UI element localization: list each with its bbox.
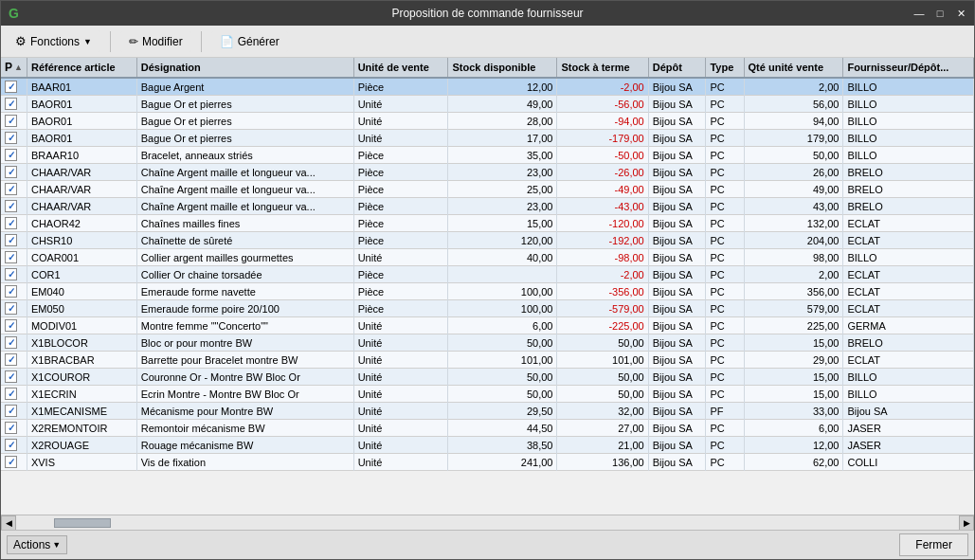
checkbox-cell[interactable] (1, 147, 27, 164)
horizontal-scrollbar[interactable]: ◀ ▶ (1, 515, 974, 530)
checkbox[interactable] (5, 302, 17, 315)
table-row[interactable]: CHAAR/VARChaîne Argent maille et longueu… (1, 198, 974, 215)
table-row[interactable]: BAOR01Bague Or et pierresUnité49,00-56,0… (1, 96, 974, 113)
table-row[interactable]: COAR001Collier argent mailles gourmettes… (1, 249, 974, 266)
checkbox[interactable] (5, 405, 17, 417)
checkbox-cell[interactable] (1, 369, 27, 386)
checkbox-cell[interactable] (1, 232, 27, 249)
checkbox[interactable] (5, 217, 17, 229)
table-row[interactable]: X2ROUAGERouage mécanisme BWUnité38,5021,… (1, 437, 974, 454)
fournisseur-cell: BILLO (843, 113, 974, 130)
col-header-ref[interactable]: Référence article (27, 58, 136, 78)
table-row[interactable]: EM040Emeraude forme navettePièce100,00-3… (1, 283, 974, 300)
checkbox-cell[interactable] (1, 352, 27, 369)
scrollbar-thumb[interactable] (54, 518, 111, 528)
table-row[interactable]: BAAR01Bague ArgentPièce12,00-2,00Bijou S… (1, 78, 974, 96)
checkbox[interactable] (5, 200, 17, 212)
checkbox-cell[interactable] (1, 454, 27, 471)
checkbox-cell[interactable] (1, 215, 27, 232)
checkbox-cell[interactable] (1, 317, 27, 334)
close-button[interactable]: ✕ (951, 5, 970, 22)
table-row[interactable]: XVISVis de fixationUnité241,00136,00Bijo… (1, 454, 974, 471)
checkbox[interactable] (5, 115, 17, 127)
table-row[interactable]: BAOR01Bague Or et pierresUnité28,00-94,0… (1, 113, 974, 130)
checkbox-cell[interactable] (1, 334, 27, 352)
checkbox-cell[interactable] (1, 130, 27, 147)
checkbox-cell[interactable] (1, 249, 27, 266)
minimize-button[interactable]: — (910, 5, 929, 22)
col-header-fournisseur[interactable]: Fournisseur/Dépôt... (843, 58, 974, 78)
table-row[interactable]: CHAAR/VARChaîne Argent maille et longueu… (1, 164, 974, 181)
generer-button[interactable]: 📄 Générer (211, 31, 288, 52)
table-row[interactable]: MODIV01Montre femme ""Concerto""Unité6,0… (1, 317, 974, 334)
stock-terme-cell: -192,00 (557, 232, 648, 249)
table-row[interactable]: X2REMONTOIRRemontoir mécanisme BWUnité44… (1, 420, 974, 437)
table-row[interactable]: CHSR10Chaînette de sûretéPièce120,00-192… (1, 232, 974, 249)
checkbox-cell[interactable] (1, 164, 27, 181)
col-header-stock-terme[interactable]: Stock à terme (557, 58, 648, 78)
checkbox-cell[interactable] (1, 96, 27, 113)
table-row[interactable]: CHAOR42Chaînes mailles finesPièce15,00-1… (1, 215, 974, 232)
checkbox[interactable] (5, 234, 17, 246)
fournisseur-cell: BILLO (843, 249, 974, 266)
table-row[interactable]: X1ECRINEcrin Montre - Montre BW Bloc OrU… (1, 386, 974, 403)
modifier-button[interactable]: ✏ Modifier (120, 31, 191, 52)
checkbox[interactable] (5, 81, 17, 93)
table-row[interactable]: X1MECANISMEMécanisme pour Montre BWUnité… (1, 403, 974, 420)
table-row[interactable]: X1BLOCORBloc or pour montre BWUnité50,00… (1, 334, 974, 352)
checkbox[interactable] (5, 439, 17, 451)
checkbox[interactable] (5, 183, 17, 195)
scrollbar-track[interactable] (16, 515, 959, 530)
col-header-depot[interactable]: Dépôt (648, 58, 706, 78)
table-row[interactable]: CHAAR/VARChaîne Argent maille et longueu… (1, 181, 974, 198)
table-row[interactable]: BRAAR10Bracelet, anneaux striésPièce35,0… (1, 147, 974, 164)
checkbox[interactable] (5, 251, 17, 263)
scroll-left-button[interactable]: ◀ (1, 515, 16, 531)
table-row[interactable]: X1BRACBARBarrette pour Bracelet montre B… (1, 352, 974, 369)
col-header-designation[interactable]: Désignation (136, 58, 353, 78)
checkbox-cell[interactable] (1, 420, 27, 437)
checkbox[interactable] (5, 285, 17, 298)
scroll-right-button[interactable]: ▶ (959, 515, 974, 531)
checkbox-cell[interactable] (1, 113, 27, 130)
checkbox-cell[interactable] (1, 181, 27, 198)
checkbox-cell[interactable] (1, 386, 27, 403)
col-header-unite[interactable]: Unité de vente (353, 58, 448, 78)
col-header-qte[interactable]: Qté unité vente (744, 58, 843, 78)
checkbox[interactable] (5, 166, 17, 178)
checkbox[interactable] (5, 319, 17, 332)
checkbox[interactable] (5, 370, 17, 383)
checkbox-cell[interactable] (1, 266, 27, 283)
col-header-stock-dispo[interactable]: Stock disponible (448, 58, 557, 78)
checkbox[interactable] (5, 149, 17, 161)
checkbox[interactable] (5, 353, 17, 366)
table-row[interactable]: EM050Emeraude forme poire 20/100Pièce100… (1, 300, 974, 317)
checkbox[interactable] (5, 388, 17, 400)
col-header-type[interactable]: Type (706, 58, 744, 78)
table-row[interactable]: BAOR01Bague Or et pierresUnité17,00-179,… (1, 130, 974, 147)
checkbox-cell[interactable] (1, 403, 27, 420)
checkbox[interactable] (5, 336, 17, 349)
checkbox[interactable] (5, 98, 17, 110)
checkbox-cell[interactable] (1, 283, 27, 300)
checkbox[interactable] (5, 268, 17, 280)
table-row[interactable]: X1COURORCouronne Or - Montre BW Bloc OrU… (1, 369, 974, 386)
checkbox-cell[interactable] (1, 300, 27, 317)
ref-cell: COR1 (27, 266, 136, 283)
fonctions-button[interactable]: ⚙ Fonctions ▼ (7, 30, 100, 52)
qte-cell: 2,00 (744, 78, 843, 96)
actions-button[interactable]: Actions ▼ (7, 535, 67, 554)
checkbox[interactable] (5, 132, 17, 144)
type-cell: PC (706, 78, 744, 96)
checkbox-cell[interactable] (1, 198, 27, 215)
table-container[interactable]: P ▲ Référence article Désignation Unité … (1, 58, 974, 515)
checkbox-cell[interactable] (1, 78, 27, 96)
table-row[interactable]: COR1Collier Or chaine torsadéePièce-2,00… (1, 266, 974, 283)
maximize-button[interactable]: □ (930, 5, 949, 22)
checkbox-cell[interactable] (1, 437, 27, 454)
checkbox[interactable] (5, 422, 17, 434)
fermer-button[interactable]: Fermer (899, 533, 968, 556)
checkbox[interactable] (5, 456, 17, 468)
unite-cell: Pièce (353, 215, 448, 232)
fournisseur-cell: BRELO (843, 164, 974, 181)
